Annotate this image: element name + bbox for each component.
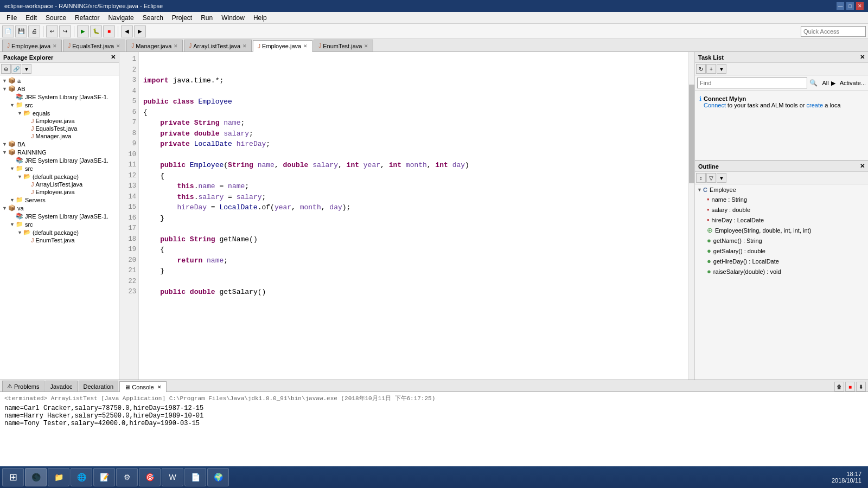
window-controls[interactable]: — □ ✕: [837, 2, 864, 10]
task-app4[interactable]: ⚙: [116, 468, 138, 486]
tab-employee-1[interactable]: J Employee.java ✕: [2, 40, 62, 52]
console-stop-btn[interactable]: ■: [845, 382, 855, 391]
tab-close-5[interactable]: ✕: [303, 43, 308, 49]
task-refresh-btn[interactable]: ↻: [696, 64, 706, 74]
task-eclipse[interactable]: 🌑: [25, 468, 47, 486]
stop-button[interactable]: ■: [103, 25, 115, 37]
btab-console[interactable]: 🖥 Console ✕: [119, 381, 166, 392]
tab-close-3[interactable]: ✕: [174, 43, 178, 49]
outline-sort-btn[interactable]: ↕: [696, 173, 706, 183]
outline-member-hireDay[interactable]: ▪hireDay : LocalDate: [695, 215, 868, 225]
task-explorer[interactable]: 📁: [48, 468, 69, 486]
task-app5[interactable]: 🎯: [139, 468, 161, 486]
menu-run[interactable]: Run: [196, 13, 217, 23]
task-search-input[interactable]: [697, 78, 807, 88]
task-activate-label[interactable]: Activate...: [840, 80, 866, 86]
outline-member-getHireDay[interactable]: ●getHireDay() : LocalDate: [695, 256, 868, 266]
tree-item-ba[interactable]: ▼📦BA: [0, 140, 119, 148]
btab-console-close[interactable]: ✕: [157, 384, 162, 390]
code-area[interactable]: 1234567891011121314151617181920212223 im…: [119, 52, 694, 380]
outline-member-salary[interactable]: ▪salary : double: [695, 204, 868, 215]
menu-project[interactable]: Project: [168, 13, 196, 23]
tree-item-arraylisttest.java[interactable]: ▼JArrayListTest.java: [0, 181, 119, 188]
task-ie[interactable]: 🌍: [207, 468, 229, 486]
tree-item-(defaultpackage)[interactable]: ▼📂(default package): [0, 172, 119, 181]
run-button[interactable]: ▶: [77, 25, 89, 37]
task-word[interactable]: W: [162, 468, 183, 486]
task-app3[interactable]: 📝: [93, 468, 115, 486]
code-content[interactable]: import java.time.*; public class Employe…: [139, 52, 688, 380]
close-button[interactable]: ✕: [856, 2, 864, 10]
tree-item-ab[interactable]: ▼📦AB: [0, 85, 119, 93]
menu-edit[interactable]: Edit: [21, 13, 41, 23]
menu-search[interactable]: Search: [138, 13, 168, 23]
menu-refactor[interactable]: Refactor: [71, 13, 104, 23]
tab-enumtest[interactable]: J EnumTest.java ✕: [314, 40, 373, 52]
pe-menu-btn[interactable]: ▼: [22, 64, 31, 74]
editor-scrollbar[interactable]: [688, 52, 694, 380]
outline-member-getSalary[interactable]: ●getSalary() : double: [695, 246, 868, 256]
new-button[interactable]: 📄: [2, 25, 14, 37]
outline-member-Employee[interactable]: ⊕Employee(String, double, int, int, int): [695, 225, 868, 235]
outline-filter-btn[interactable]: ▽: [706, 173, 716, 183]
tab-manager[interactable]: J Manager.java ✕: [126, 40, 183, 52]
pe-collapse-btn[interactable]: ⊖: [1, 64, 11, 74]
btab-javadoc[interactable]: Javadoc: [46, 381, 78, 391]
tree-item-src[interactable]: ▼📁src: [0, 220, 119, 228]
task-list-close-icon[interactable]: ✕: [860, 54, 865, 61]
task-pdf[interactable]: 📄: [184, 468, 206, 486]
tab-close-2[interactable]: ✕: [116, 43, 120, 49]
start-button[interactable]: ⊞: [2, 468, 24, 486]
tree-item-rainning[interactable]: ▼📦RAINNING: [0, 148, 119, 156]
task-search-icon[interactable]: 🔍: [809, 79, 818, 87]
outline-member-getName[interactable]: ●getName() : String: [695, 235, 868, 246]
task-new-btn[interactable]: +: [706, 64, 716, 74]
menu-file[interactable]: File: [2, 13, 21, 23]
console-clear-btn[interactable]: 🗑: [834, 382, 844, 391]
btab-declaration[interactable]: Declaration: [79, 381, 119, 391]
pe-close-icon[interactable]: ✕: [111, 54, 116, 61]
tree-item-manager.java[interactable]: ▼JManager.java: [0, 132, 119, 140]
tree-item-jresystemlibrary[javase-1.[interactable]: ▼📚JRE System Library [JavaSE-1.: [0, 93, 119, 101]
tree-item-servers[interactable]: ▼📁Servers: [0, 196, 119, 204]
menu-window[interactable]: Window: [217, 13, 249, 23]
create-link[interactable]: create: [807, 102, 824, 108]
redo-button[interactable]: ↪: [59, 25, 71, 37]
tree-item-(defaultpackage)[interactable]: ▼📂(default package): [0, 228, 119, 236]
tab-close-6[interactable]: ✕: [364, 43, 368, 49]
tree-item-employee.java[interactable]: ▼JEmployee.java: [0, 188, 119, 196]
tree-item-equals[interactable]: ▼📂equals: [0, 109, 119, 117]
tree-item-equalstest.java[interactable]: ▼JEqualsTest.java: [0, 125, 119, 132]
prev-edit-button[interactable]: ◀: [121, 25, 133, 37]
outline-member-raiseSalary[interactable]: ●raiseSalary(double) : void: [695, 266, 868, 277]
maximize-button[interactable]: □: [846, 2, 854, 10]
tree-item-src[interactable]: ▼📁src: [0, 101, 119, 109]
debug-button[interactable]: 🐛: [90, 25, 102, 37]
undo-button[interactable]: ↩: [46, 25, 58, 37]
btab-problems[interactable]: ⚠ Problems: [2, 381, 44, 391]
minimize-button[interactable]: —: [837, 2, 844, 10]
outline-menu-btn[interactable]: ▼: [717, 173, 726, 183]
tab-arraylisttest[interactable]: J ArrayListTest.java ✕: [184, 40, 252, 52]
menu-navigate[interactable]: Navigate: [104, 13, 138, 23]
tab-equalstest[interactable]: J EqualsTest.java ✕: [63, 40, 125, 52]
next-edit-button[interactable]: ▶: [134, 25, 146, 37]
menu-source[interactable]: Source: [41, 13, 71, 23]
tree-item-jresystemlibrary[javase-1.[interactable]: ▼📚JRE System Library [JavaSE-1.: [0, 212, 119, 220]
tree-item-employee.java[interactable]: ▼JEmployee.java: [0, 117, 119, 125]
outline-close-icon[interactable]: ✕: [860, 163, 865, 170]
outline-class[interactable]: ▼CEmployee: [695, 185, 868, 194]
tab-employee-active[interactable]: J Employee.java ✕: [253, 40, 312, 52]
outline-member-name[interactable]: ▪name : String: [695, 194, 868, 204]
task-menu-btn[interactable]: ▼: [717, 64, 726, 74]
quick-access-input[interactable]: [801, 26, 866, 37]
pe-link-btn[interactable]: 🔗: [11, 64, 21, 74]
menu-help[interactable]: Help: [249, 13, 271, 23]
tab-close-1[interactable]: ✕: [53, 43, 57, 49]
print-button[interactable]: 🖨: [28, 25, 40, 37]
tree-item-a[interactable]: ▼📦a: [0, 76, 119, 85]
save-button[interactable]: 💾: [15, 25, 27, 37]
tree-item-enumtest.java[interactable]: ▼JEnumTest.java: [0, 236, 119, 244]
tree-item-src[interactable]: ▼📁src: [0, 164, 119, 172]
console-scroll-btn[interactable]: ⬇: [856, 382, 866, 391]
